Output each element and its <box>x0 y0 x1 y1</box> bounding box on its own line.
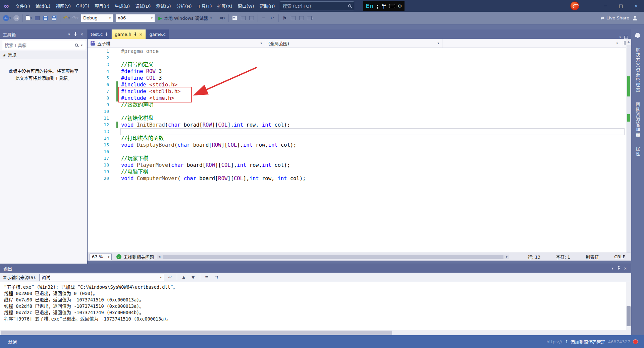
rail-tab-解决方案资源管理器[interactable]: 解决方案资源管理器 <box>635 44 641 96</box>
save-all-button[interactable] <box>50 13 58 23</box>
float-window-icon[interactable] <box>624 36 628 39</box>
menu-文件(F)[interactable]: 文件(F) <box>13 0 33 12</box>
code-line[interactable]: 3//符号的定义 <box>88 61 626 68</box>
scrollbar-thumb[interactable] <box>1 331 392 335</box>
pin-icon[interactable] <box>134 32 137 36</box>
scroll-up-icon[interactable]: ▲ <box>626 39 631 44</box>
maximize-button[interactable]: □ <box>613 0 629 12</box>
output-source-combo[interactable]: 调试 ▾ <box>39 274 164 281</box>
close-icon[interactable]: × <box>139 32 143 37</box>
line-indicator[interactable]: 行: 13 <box>528 254 540 260</box>
menu-扩展(X)[interactable]: 扩展(X) <box>215 0 235 12</box>
add-to-source-control-button[interactable]: ↥ 添加到源代码管理 <box>565 339 605 345</box>
open-file-button[interactable] <box>33 13 41 23</box>
code-line[interactable]: 4#define ROW 3 <box>88 68 626 75</box>
code-line[interactable]: 17//玩家下棋 <box>88 155 626 162</box>
code-line[interactable]: 11//初始化棋盘 <box>88 115 626 122</box>
uncomment-button[interactable]: ↩ <box>268 13 276 23</box>
editor-vertical-scrollbar[interactable]: ▲ ▼ <box>626 39 631 260</box>
scroll-right-icon[interactable]: ▶ <box>506 255 508 258</box>
navigate-forward-button[interactable]: → <box>12 13 20 23</box>
pin-icon[interactable] <box>105 32 108 36</box>
scrollbar-thumb[interactable] <box>163 255 503 259</box>
notification-badge[interactable] <box>633 339 638 344</box>
close-button[interactable]: × <box>629 0 644 12</box>
scrollbar-thumb[interactable] <box>627 45 631 253</box>
undo-button[interactable]: ↶▾ <box>62 13 71 23</box>
navigate-symbol-button[interactable] <box>248 13 256 23</box>
menu-视图(V)[interactable]: 视图(V) <box>53 0 73 12</box>
toggle-word-wrap-icon[interactable]: ⇉ <box>213 275 220 280</box>
health-check-icon[interactable]: ✓ <box>116 254 121 259</box>
notifications-icon[interactable] <box>635 33 640 37</box>
menu-项目(P)[interactable]: 项目(P) <box>92 0 112 12</box>
project-scope-combo[interactable]: 五子棋 ▾ <box>88 39 265 48</box>
code-line[interactable]: 16 <box>88 148 626 155</box>
tabs-indicator[interactable]: 制表符 <box>586 254 599 260</box>
start-debugging-button[interactable]: ▶ 本地 Windows 调试器 ▾ <box>156 13 214 23</box>
zoom-combo[interactable]: 67 % ▾ <box>90 254 112 260</box>
menu-编辑(E)[interactable]: 编辑(E) <box>33 0 53 12</box>
code-line[interactable]: 15void DisplayBoard(char board[ROW][COL]… <box>88 142 626 148</box>
pin-icon[interactable] <box>617 266 621 270</box>
column-indicator[interactable]: 字符: 1 <box>556 254 570 260</box>
minimize-button[interactable]: ─ <box>598 0 613 12</box>
rail-tab-团队资源管理器[interactable]: 团队资源管理器 <box>635 99 641 141</box>
menu-工具(T)[interactable]: 工具(T) <box>195 0 215 12</box>
redo-button[interactable]: ↷▾ <box>71 13 79 23</box>
user-avatar[interactable] <box>570 1 579 10</box>
attach-to-process-button[interactable]: ⇉▾ <box>218 13 226 23</box>
solution-platform-combo[interactable]: x86 ▾ <box>115 14 155 22</box>
tab-game.h[interactable]: game.h× <box>112 29 146 39</box>
code-line[interactable]: 7#include <stdlib.h> <box>88 88 626 95</box>
ime-language[interactable]: En <box>366 3 374 9</box>
rail-tab-属性[interactable]: 属性 <box>635 143 641 160</box>
toolbox-options-icon[interactable]: ▾ <box>66 32 72 37</box>
send-feedback-icon[interactable] <box>633 16 637 20</box>
preview-image-button[interactable] <box>231 13 239 23</box>
code-line[interactable]: 18void PlayerMove(char board[ROW][COL],i… <box>88 162 626 168</box>
code-line[interactable]: 5#define COL 3 <box>88 75 626 81</box>
ime-settings-icon[interactable]: ⚙ <box>398 3 402 9</box>
menu-测试(S)[interactable]: 测试(S) <box>153 0 173 12</box>
tab-test.c[interactable]: test.c <box>88 29 111 39</box>
document-list-dropdown-icon[interactable]: ▾ <box>619 36 621 39</box>
output-horizontal-scrollbar[interactable] <box>0 330 631 335</box>
toolbox-section-general[interactable]: ◢ 常规 <box>0 51 87 59</box>
go-to-previous-message-icon[interactable]: ▲ <box>180 275 187 280</box>
code-line[interactable]: 10 <box>88 108 626 115</box>
menu-Git(G)[interactable]: Git(G) <box>73 0 92 12</box>
code-line[interactable]: 12void InitBorad(char borad[ROW][COL],in… <box>88 122 626 128</box>
code-line[interactable]: 19//电脑下棋 <box>88 168 626 175</box>
menu-帮助(H)[interactable]: 帮助(H) <box>257 0 278 12</box>
solution-configuration-combo[interactable]: Debug ▾ <box>81 14 113 22</box>
menu-调试(D)[interactable]: 调试(D) <box>132 0 153 12</box>
type-scope-combo[interactable]: (全局范围) ▾ <box>265 39 442 48</box>
quick-search-input[interactable]: 搜索 (Ctrl+Q) <box>280 1 354 10</box>
code-editor[interactable]: 1#pragma once23//符号的定义4#define ROW 35#de… <box>88 48 626 253</box>
panel-splitter[interactable] <box>88 261 631 264</box>
output-vertical-scrollbar[interactable] <box>626 282 631 330</box>
tab-game.c[interactable]: game.c <box>146 29 168 39</box>
prev-bookmark-button[interactable] <box>289 13 297 23</box>
clear-all-icon[interactable]: ≡ <box>204 275 210 280</box>
toolbox-search-input[interactable]: 搜索工具箱 ▾ <box>2 41 85 49</box>
find-in-files-button[interactable] <box>239 13 247 23</box>
code-line[interactable]: 1#pragma once <box>88 48 626 55</box>
menu-窗口(W)[interactable]: 窗口(W) <box>235 0 257 12</box>
code-line[interactable]: 20void ComputerMover( char board[ROW][CO… <box>88 175 626 182</box>
ime-mode[interactable]: ；半 <box>376 2 386 9</box>
jump-to-message-icon[interactable]: ↩ <box>167 275 173 280</box>
code-line[interactable]: 14//打印棋盘的函数 <box>88 135 626 142</box>
code-line[interactable]: 2 <box>88 55 626 61</box>
scroll-left-icon[interactable]: ◀ <box>158 255 160 258</box>
editor-horizontal-scrollbar[interactable]: ◀ ▶ <box>157 255 509 259</box>
code-line[interactable]: 13 <box>88 128 626 135</box>
problems-status[interactable]: 未找到相关问题 <box>123 254 154 260</box>
new-file-button[interactable]: ▾ <box>25 13 33 23</box>
code-line[interactable]: 9//函数的声明 <box>88 101 626 108</box>
code-line[interactable]: 8#include <time.h> <box>88 95 626 101</box>
scrollbar-thumb[interactable] <box>627 306 631 326</box>
member-scope-combo[interactable]: ▾ <box>442 39 621 48</box>
code-line[interactable]: 6#include <stdio.h> <box>88 81 626 88</box>
